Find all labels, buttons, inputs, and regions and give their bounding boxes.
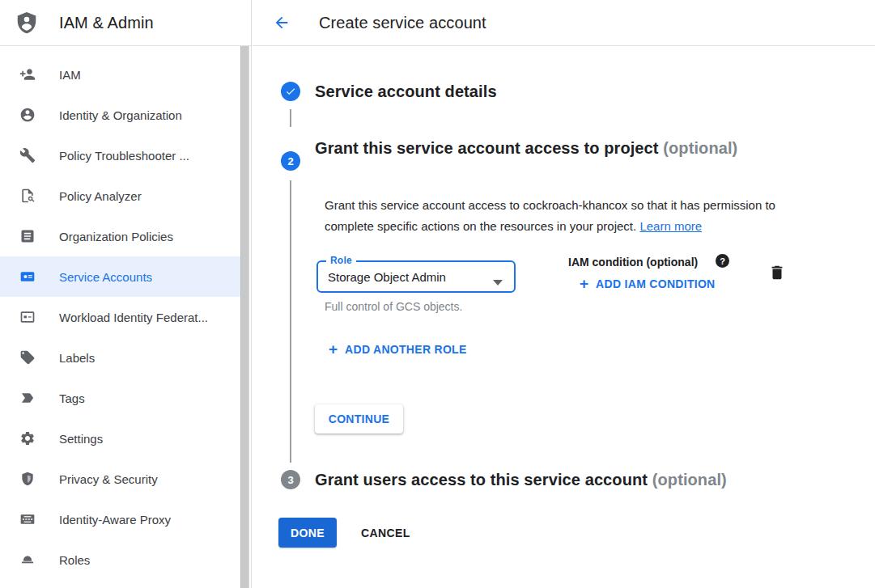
wrench-icon: [19, 147, 36, 163]
done-button[interactable]: DONE: [278, 518, 337, 548]
delete-role-button[interactable]: [768, 264, 786, 281]
step2-description: Grant this service account access to coc…: [325, 195, 810, 237]
step1-completed-check-icon: [281, 82, 300, 101]
sidebar-item-iam[interactable]: IAM: [0, 54, 240, 95]
sidebar-item-tags[interactable]: Tags: [0, 378, 240, 418]
step2-title: Grant this service account access to pro…: [315, 134, 768, 163]
step2-optional-suffix: (optional): [663, 139, 737, 157]
sidebar-item-label: Policy Analyzer: [59, 189, 142, 203]
iam-admin-console: IAM & Admin IAM Identity & Organization …: [0, 0, 875, 588]
product-title: IAM & Admin: [59, 14, 154, 32]
sidebar-item-policy-troubleshooter[interactable]: Policy Troubleshooter ...: [0, 135, 240, 176]
step3-title: Grant users access to this service accou…: [315, 471, 727, 489]
step3-optional-suffix: (optional): [652, 471, 727, 489]
page-header: Create service account: [253, 0, 875, 46]
sidebar-item-label: IAM: [59, 68, 81, 82]
document-lines-icon: [19, 228, 36, 244]
hat-icon: [19, 552, 36, 568]
sidebar-item-labels[interactable]: Labels: [0, 337, 240, 378]
sidebar-item-label: Settings: [59, 432, 103, 446]
chevron-down-icon: [493, 274, 503, 289]
iam-shield-icon: [15, 10, 39, 36]
sidebar-item-settings[interactable]: Settings: [0, 418, 240, 459]
main-pane: Create service account Service account d…: [253, 0, 875, 588]
sidebar-item-label: Roles: [59, 553, 90, 567]
step1-title: Service account details: [315, 82, 497, 101]
help-icon[interactable]: ?: [716, 254, 729, 268]
stepper-connector: [290, 180, 291, 463]
page-title: Create service account: [319, 14, 486, 32]
role-helper-text: Full control of GCS objects.: [325, 300, 462, 313]
sidebar-nav: IAM Identity & Organization Policy Troub…: [0, 46, 240, 580]
sidebar-item-label: Policy Troubleshooter ...: [59, 149, 189, 163]
stepper-connector: [290, 109, 291, 127]
label-tag-icon: [19, 349, 36, 366]
sidebar-item-label: Identity & Organization: [59, 108, 182, 122]
back-arrow-icon: [273, 14, 291, 32]
sidebar-item-label: Organization Policies: [59, 230, 173, 243]
person-add-icon: [19, 66, 36, 82]
sidebar-item-privacy-security[interactable]: Privacy & Security: [0, 459, 240, 499]
sidebar-item-label: Workload Identity Federat...: [59, 311, 208, 324]
sidebar-item-label: Tags: [59, 391, 85, 405]
cancel-button[interactable]: CANCEL: [353, 518, 418, 548]
step2-number-badge: 2: [281, 151, 300, 171]
sidebar-item-identity-organization[interactable]: Identity & Organization: [0, 95, 240, 135]
back-button[interactable]: [272, 13, 291, 32]
sidebar-item-label: Privacy & Security: [59, 472, 158, 486]
sidebar-item-label: Labels: [59, 351, 95, 365]
document-search-icon: [19, 188, 36, 204]
product-header: IAM & Admin: [0, 0, 251, 46]
sidebar-item-organization-policies[interactable]: Organization Policies: [0, 216, 240, 256]
step3-number-badge: 3: [281, 470, 300, 489]
sidebar-item-policy-analyzer[interactable]: Policy Analyzer: [0, 176, 240, 216]
trash-icon: [768, 264, 786, 281]
account-circle-icon: [19, 107, 36, 123]
add-another-role-button[interactable]: + ADD ANOTHER ROLE: [329, 342, 467, 356]
sidebar-item-service-accounts[interactable]: Service Accounts: [0, 256, 240, 297]
sidebar-item-label: Identity-Aware Proxy: [59, 513, 171, 527]
step3-number: 3: [287, 474, 293, 486]
iam-condition-label: IAM condition (optional): [568, 256, 698, 269]
step2-number: 2: [287, 155, 293, 167]
identity-card-icon: [19, 309, 36, 325]
shield-icon: [19, 471, 36, 487]
learn-more-link[interactable]: Learn more: [639, 219, 702, 233]
plus-icon: +: [580, 277, 588, 290]
add-iam-condition-button[interactable]: + ADD IAM CONDITION: [580, 277, 716, 290]
sidebar-scrollbar[interactable]: [240, 46, 249, 588]
proxy-window-icon: [19, 511, 36, 527]
service-account-card-icon: [19, 269, 36, 285]
tag-arrow-icon: [19, 390, 36, 406]
sidebar-item-roles[interactable]: Roles: [0, 539, 240, 580]
continue-button[interactable]: CONTINUE: [315, 404, 403, 434]
sidebar-item-workload-identity-federation[interactable]: Workload Identity Federat...: [0, 297, 240, 337]
role-dropdown[interactable]: Role Storage Object Admin: [316, 260, 516, 293]
sidebar-item-identity-aware-proxy[interactable]: Identity-Aware Proxy: [0, 499, 240, 539]
role-selected-value: Storage Object Admin: [328, 262, 446, 291]
sidebar-item-label: Service Accounts: [59, 270, 152, 284]
sidebar: IAM & Admin IAM Identity & Organization …: [0, 0, 252, 588]
plus-icon: +: [329, 342, 338, 356]
create-service-account-form: Service account details 2 Grant this ser…: [253, 46, 875, 588]
gear-icon: [19, 430, 36, 446]
